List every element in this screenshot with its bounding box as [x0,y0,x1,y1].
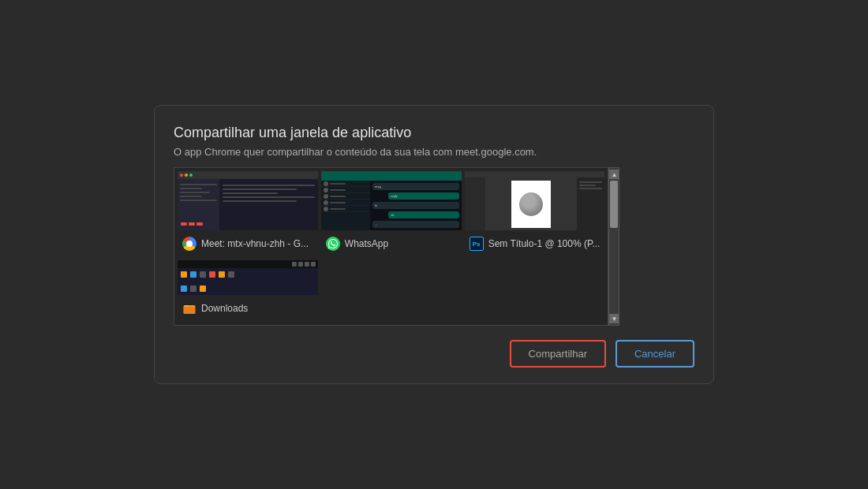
thumb-item-chrome-meet[interactable]: Meet: mtx-vhnu-zhh - G... [178,171,318,257]
thumb-label-text-chrome: Meet: mtx-vhnu-zhh - G... [201,238,309,249]
svg-rect-1 [184,307,196,314]
thumb-label-downloads: Downloads [178,301,318,315]
thumb-label-text-whatsapp: WhatsApp [345,238,388,249]
thumb-item-downloads[interactable]: Downloads [178,260,318,322]
dialog-title: Compartilhar uma janela de aplicativo [174,125,694,141]
dialog-subtitle: O app Chrome quer compartilhar o conteúd… [174,146,694,158]
thumb-label-text-ps: Sem Título-1 @ 100% (P... [488,238,600,249]
cancel-button[interactable]: Cancelar [615,340,694,368]
thumb-label-ps: Ps Sem Título-1 @ 100% (P... [465,237,605,251]
thumb-preview-ps [465,171,605,230]
dialog-footer: Compartilhar Cancelar [174,340,694,368]
scrollbar-thumb-area [609,179,619,314]
chrome-icon [182,237,196,251]
thumb-preview-whatsapp: msg reply hi ok ... [321,171,462,230]
photoshop-icon: Ps [470,237,484,251]
thumbnails-wrapper: Meet: mtx-vhnu-zhh - G... msg [174,167,694,326]
scrollbar: ▲ ▼ [608,167,619,326]
thumb-item-whatsapp[interactable]: msg reply hi ok ... WhatsApp [321,171,462,257]
thumbnails-grid: Meet: mtx-vhnu-zhh - G... msg [174,167,608,326]
thumb-label-whatsapp: WhatsApp [321,237,462,251]
share-button[interactable]: Compartilhar [510,340,606,368]
thumb-item-photoshop[interactable]: Ps Sem Título-1 @ 100% (P... [465,171,605,257]
whatsapp-icon [326,237,340,251]
scrollbar-thumb[interactable] [610,181,618,228]
scroll-up-arrow[interactable]: ▲ [609,170,619,179]
thumb-label-chrome: Meet: mtx-vhnu-zhh - G... [178,237,318,251]
scroll-down-arrow[interactable]: ▼ [609,314,619,323]
thumb-preview-downloads [178,260,318,295]
share-window-dialog: Compartilhar uma janela de aplicativo O … [154,105,714,384]
thumb-preview-chrome [178,171,318,230]
downloads-folder-icon [182,301,196,315]
thumb-label-text-downloads: Downloads [201,303,248,314]
